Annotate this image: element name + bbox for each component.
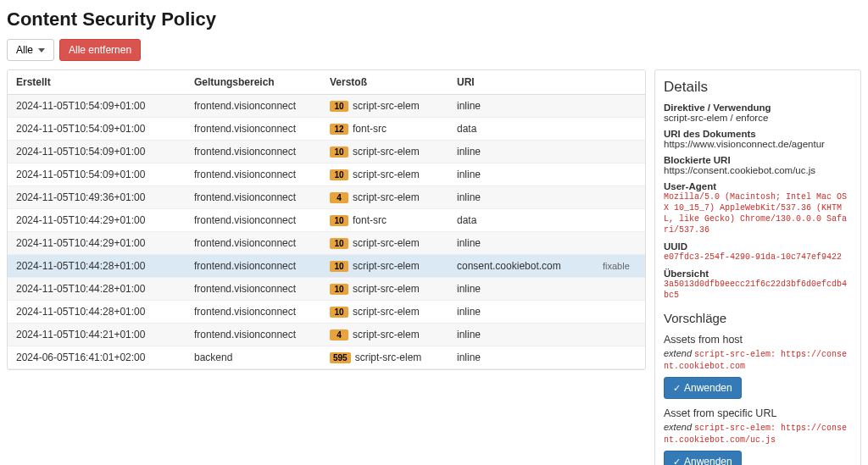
cell-created: 2024-11-05T10:44:28+01:00 (8, 278, 186, 301)
toolbar: Alle Alle entfernen (7, 39, 861, 61)
summary-value: 3a5013d0dfb9eecc21f6c22d3bf6d0efcdb4bc5 (664, 279, 852, 301)
table-row[interactable]: 2024-11-05T10:44:21+01:00 frontend.visio… (8, 324, 645, 346)
col-uri[interactable]: URI (448, 70, 594, 95)
cell-scope: frontend.visionconnect (186, 324, 321, 346)
cell-scope: frontend.visionconnect (186, 301, 321, 324)
violation-text: script-src-elem (353, 283, 420, 295)
suggestion-item: Assets from host extend script-src-elem:… (664, 334, 852, 399)
cell-fixable (594, 346, 645, 369)
count-badge: 4 (330, 329, 348, 340)
violation-text: script-src-elem (353, 100, 420, 112)
cell-scope: backend (186, 346, 321, 369)
cell-fixable (594, 232, 645, 255)
summary-label: Übersicht (664, 268, 852, 279)
cell-uri: inline (448, 278, 594, 301)
count-badge: 10 (330, 261, 348, 272)
col-violation[interactable]: Verstoß (321, 70, 448, 95)
cell-uri: inline (448, 232, 594, 255)
cell-uri: inline (448, 141, 594, 163)
violation-text: script-src-elem (353, 306, 420, 318)
violation-text: font-src (353, 123, 387, 135)
col-created[interactable]: Erstellt (8, 70, 186, 95)
cell-violation: 10script-src-elem (321, 141, 448, 163)
table-row[interactable]: 2024-11-05T10:44:29+01:00 frontend.visio… (8, 209, 645, 232)
table-row[interactable]: 2024-11-05T10:49:36+01:00 frontend.visio… (8, 186, 645, 209)
remove-all-button[interactable]: Alle entfernen (59, 39, 141, 61)
table-row[interactable]: 2024-11-05T10:54:09+01:00 frontend.visio… (8, 118, 645, 141)
cell-uri: consent.cookiebot.com (448, 255, 594, 278)
directive-label: Direktive / Verwendung (664, 102, 852, 113)
extend-word: extend (664, 348, 692, 358)
cell-created: 2024-11-05T10:54:09+01:00 (8, 163, 186, 186)
cell-created: 2024-11-05T10:44:28+01:00 (8, 255, 186, 278)
count-badge: 10 (330, 284, 348, 295)
count-badge: 10 (330, 169, 348, 180)
check-icon: ✓ (673, 457, 681, 466)
doc-uri-label: URI des Dokuments (664, 129, 852, 139)
table-header-row: Erstellt Geltungsbereich Verstoß URI (8, 70, 645, 95)
violation-text: script-src-elem (353, 146, 420, 158)
table-row[interactable]: 2024-11-05T10:44:28+01:00 frontend.visio… (8, 278, 645, 301)
uuid-value: e07fdc3-254f-4290-91da-10c747ef9422 (664, 252, 852, 263)
suggestions-title: Vorschläge (664, 311, 852, 325)
cell-violation: 10script-src-elem (321, 278, 448, 301)
table-row[interactable]: 2024-11-05T10:54:09+01:00 frontend.visio… (8, 95, 645, 118)
cell-created: 2024-11-05T10:49:36+01:00 (8, 186, 186, 209)
cell-uri: inline (448, 186, 594, 209)
cell-created: 2024-11-05T10:44:28+01:00 (8, 301, 186, 324)
violation-text: script-src-elem (353, 237, 420, 249)
suggestion-extend: extend script-src-elem: https://consent.… (664, 348, 852, 372)
cell-scope: frontend.visionconnect (186, 95, 321, 118)
table-row[interactable]: 2024-11-05T10:44:29+01:00 frontend.visio… (8, 232, 645, 255)
cell-created: 2024-11-05T10:44:29+01:00 (8, 209, 186, 232)
count-badge: 12 (330, 124, 348, 135)
cell-violation: 4script-src-elem (321, 324, 448, 346)
cell-created: 2024-11-05T10:54:09+01:00 (8, 95, 186, 118)
cell-uri: inline (448, 95, 594, 118)
cell-scope: frontend.visionconnect (186, 255, 321, 278)
count-badge: 10 (330, 215, 348, 226)
table-row[interactable]: 2024-06-05T16:41:01+02:00 backend 595scr… (8, 346, 645, 369)
table-row[interactable]: 2024-11-05T10:44:28+01:00 frontend.visio… (8, 255, 645, 278)
violation-text: script-src-elem (353, 191, 420, 203)
cell-fixable (594, 141, 645, 163)
cell-uri: inline (448, 301, 594, 324)
cell-fixable (594, 163, 645, 186)
cell-fixable (594, 278, 645, 301)
cell-violation: 595script-src-elem (321, 346, 448, 369)
cell-fixable (594, 186, 645, 209)
apply-button[interactable]: ✓ Anwenden (664, 451, 742, 465)
cell-fixable (594, 324, 645, 346)
suggestion-title: Asset from specific URL (664, 407, 852, 419)
suggestion-code: script-src-elem: https://consent.cookieb… (664, 423, 847, 445)
details-panel: Details Direktive / Verwendung script-sr… (654, 69, 861, 465)
table-row[interactable]: 2024-11-05T10:54:09+01:00 frontend.visio… (8, 163, 645, 186)
page-title: Content Security Policy (7, 8, 861, 30)
cell-uri: inline (448, 163, 594, 186)
extend-word: extend (664, 422, 692, 432)
apply-button[interactable]: ✓ Anwenden (664, 377, 742, 399)
table-row[interactable]: 2024-11-05T10:54:09+01:00 frontend.visio… (8, 141, 645, 163)
directive-value: script-src-elem / enforce (664, 113, 852, 123)
violation-text: script-src-elem (353, 329, 420, 340)
cell-scope: frontend.visionconnect (186, 163, 321, 186)
filter-all-dropdown[interactable]: Alle (7, 39, 54, 61)
blocked-uri-value: https://consent.cookiebot.com/uc.js (664, 165, 852, 175)
cell-violation: 10script-src-elem (321, 301, 448, 324)
table-row[interactable]: 2024-11-05T10:44:28+01:00 frontend.visio… (8, 301, 645, 324)
cell-uri: inline (448, 324, 594, 346)
cell-created: 2024-11-05T10:54:09+01:00 (8, 118, 186, 141)
cell-created: 2024-11-05T10:44:21+01:00 (8, 324, 186, 346)
filter-all-label: Alle (16, 44, 33, 56)
details-title: Details (664, 79, 852, 96)
cell-fixable (594, 209, 645, 232)
cell-scope: frontend.visionconnect (186, 232, 321, 255)
col-scope[interactable]: Geltungsbereich (186, 70, 321, 95)
cell-uri: data (448, 209, 594, 232)
cell-violation: 10script-src-elem (321, 163, 448, 186)
count-badge: 10 (330, 307, 348, 318)
cell-violation: 4script-src-elem (321, 186, 448, 209)
violation-text: script-src-elem (353, 169, 420, 180)
cell-scope: frontend.visionconnect (186, 118, 321, 141)
count-badge: 595 (330, 352, 351, 363)
